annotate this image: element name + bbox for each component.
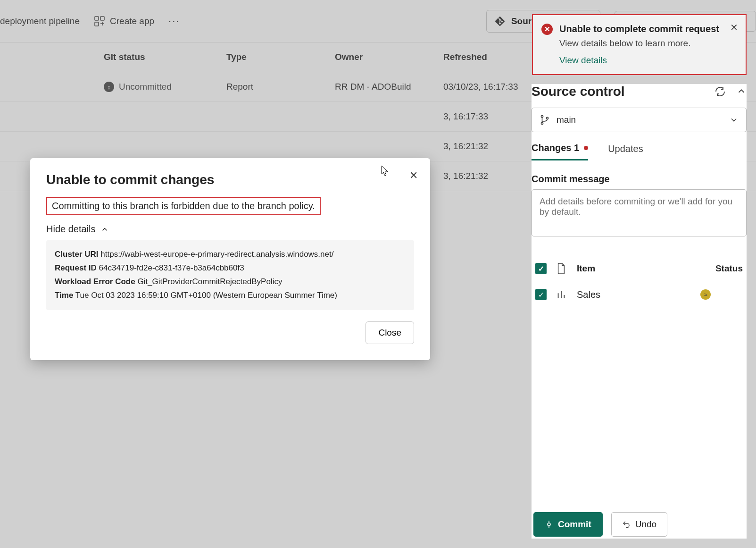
tab-changes[interactable]: Changes 1 [532, 143, 588, 160]
toast-title: Unable to complete commit request [559, 23, 736, 35]
undo-button[interactable]: Undo [611, 512, 667, 537]
tab-updates-label: Updates [608, 143, 643, 154]
commit-button[interactable]: Commit [533, 512, 603, 537]
chevron-up-icon[interactable] [736, 86, 747, 96]
toast-close-button[interactable]: ✕ [730, 22, 738, 33]
col-status: Status [700, 263, 743, 274]
svg-point-7 [548, 523, 550, 526]
time-value: Tue Oct 03 2023 16:59:10 GMT+0100 (Weste… [75, 291, 337, 300]
commit-icon [545, 520, 553, 529]
dialog-message: Committing to this branch is forbidden d… [46, 197, 321, 215]
time-key: Time [55, 291, 73, 300]
svg-point-4 [541, 116, 543, 118]
toggle-details-button[interactable]: Hide details [46, 224, 414, 235]
branch-selector[interactable]: main [532, 108, 747, 132]
commit-message-input[interactable] [532, 189, 747, 236]
undo-button-label: Undo [635, 519, 656, 530]
dialog-close-icon[interactable]: ✕ [409, 169, 418, 182]
request-id-key: Request ID [55, 263, 97, 272]
error-toast: ✕ ✕ Unable to complete commit request Vi… [532, 14, 747, 75]
commit-message-label: Commit message [532, 174, 747, 185]
report-icon [556, 289, 566, 300]
svg-point-5 [541, 122, 543, 124]
tab-changes-label: Changes 1 [532, 143, 579, 153]
col-item: Item [577, 263, 700, 274]
tab-updates[interactable]: Updates [608, 143, 643, 160]
chevron-down-icon [729, 115, 739, 125]
commit-button-label: Commit [558, 519, 591, 530]
changes-dot-icon [584, 146, 588, 150]
undo-icon [622, 520, 631, 529]
dialog-title: Unable to commit changes [46, 172, 414, 187]
request-id-value: 64c34719-fd2e-c831-f37e-b3a64cbb60f3 [99, 263, 244, 272]
item-name: Sales [577, 289, 700, 300]
branch-icon [540, 115, 550, 125]
workload-error-value: Git_GitProviderCommitRejectedByPolicy [137, 277, 282, 286]
select-all-checkbox[interactable]: ✓ [535, 263, 547, 274]
cluster-uri-value: https://wabi-west-europe-e-primary-redir… [100, 250, 333, 259]
error-icon: ✕ [541, 24, 553, 35]
dialog-details: Cluster URI https://wabi-west-europe-e-p… [46, 240, 414, 310]
error-dialog: ✕ Unable to commit changes Committing to… [30, 158, 430, 360]
branch-name: main [557, 115, 576, 125]
toggle-details-label: Hide details [46, 224, 96, 235]
workload-error-key: Workload Error Code [55, 277, 135, 286]
cluster-uri-key: Cluster URI [55, 250, 99, 259]
changes-header: ✓ Item Status [532, 257, 747, 280]
file-icon [556, 262, 566, 275]
changes-row[interactable]: ✓ Sales ≈ [532, 280, 747, 309]
modified-status-icon: ≈ [700, 289, 711, 300]
toast-view-details-link[interactable]: View details [559, 55, 736, 66]
refresh-icon[interactable] [714, 86, 726, 97]
dialog-close-button[interactable]: Close [366, 321, 414, 344]
svg-point-6 [546, 117, 548, 119]
toast-subtitle: View details below to learn more. [559, 38, 736, 49]
source-control-panel: Source control main Changes 1 Updates Co… [532, 84, 747, 539]
panel-title: Source control [532, 84, 625, 99]
item-checkbox[interactable]: ✓ [535, 289, 547, 300]
chevron-up-icon [100, 225, 109, 234]
